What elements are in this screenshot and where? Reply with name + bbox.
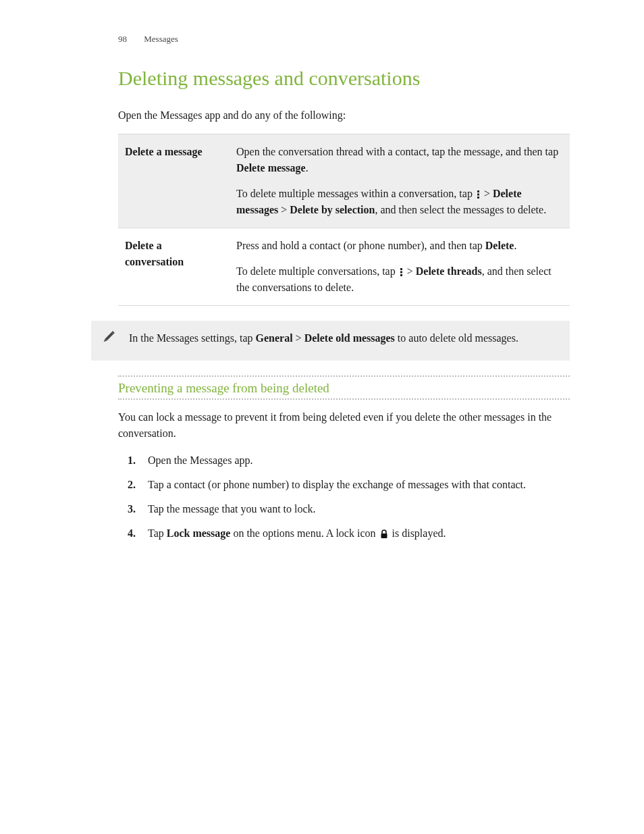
row-description: Open the conversation thread with a cont…: [230, 134, 570, 228]
list-item: Tap a contact (or phone number) to displ…: [118, 477, 570, 493]
actions-table: Delete a message Open the conversation t…: [118, 134, 570, 306]
svg-rect-5: [400, 274, 402, 276]
page-number: 98: [118, 34, 127, 44]
steps-list: Open the Messages app. Tap a contact (or…: [118, 452, 570, 542]
svg-rect-4: [400, 271, 402, 273]
document-page: 98 Messages Deleting messages and conver…: [0, 0, 644, 590]
row-label: Delete a message: [118, 134, 230, 228]
sub-intro-paragraph: You can lock a message to prevent it fro…: [118, 409, 570, 442]
page-title: Deleting messages and conversations: [118, 66, 570, 90]
lock-icon: [380, 529, 388, 539]
divider: [118, 398, 570, 400]
svg-rect-0: [477, 190, 479, 192]
list-item: Open the Messages app.: [118, 452, 570, 469]
tip-text: In the Messages settings, tap General > …: [129, 330, 518, 346]
list-item: Tap Lock message on the options menu. A …: [118, 525, 570, 542]
overflow-menu-icon: [400, 267, 403, 277]
pencil-icon: [99, 329, 117, 351]
row-description: Press and hold a contact (or phone numbe…: [230, 228, 570, 306]
svg-rect-9: [381, 533, 387, 538]
list-item: Tap the message that you want to lock.: [118, 501, 570, 517]
tip-callout: In the Messages settings, tap General > …: [91, 321, 570, 361]
overflow-menu-icon: [477, 190, 480, 199]
section-name: Messages: [144, 34, 178, 44]
svg-rect-2: [477, 197, 479, 199]
table-row: Delete a message Open the conversation t…: [118, 134, 570, 228]
svg-rect-3: [400, 268, 402, 270]
table-row: Delete a conversation Press and hold a c…: [118, 228, 570, 306]
running-header: 98 Messages: [118, 34, 570, 45]
svg-rect-1: [477, 194, 479, 196]
divider: [118, 375, 570, 377]
row-label: Delete a conversation: [118, 228, 230, 306]
subheading: Preventing a message from being deleted: [118, 381, 570, 396]
svg-rect-6: [105, 332, 114, 341]
intro-paragraph: Open the Messages app and do any of the …: [118, 109, 570, 122]
